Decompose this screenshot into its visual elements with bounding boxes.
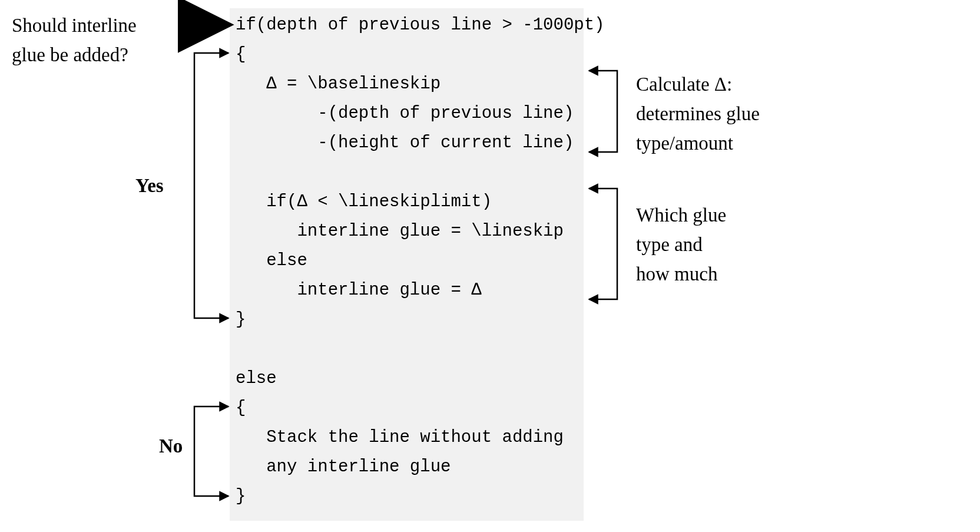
code-line-8: interline glue = \lineskip [236, 217, 564, 246]
annotation-yes: Yes [135, 171, 164, 200]
annotation-calculate-2: determines glue [636, 99, 760, 128]
annotation-no: No [159, 431, 183, 461]
code-line-4: -(depth of previous line) [236, 99, 574, 128]
annotation-which-2: type and [636, 230, 703, 259]
code-line-11: } [236, 305, 246, 335]
annotation-question-line2: glue be added? [12, 40, 128, 70]
code-line-10: interline glue = Δ [236, 276, 482, 305]
code-line-1: if(depth of previous line > -1000pt) [236, 11, 605, 40]
bracket-which-glue [589, 189, 617, 299]
code-line-7: if(Δ < \lineskiplimit) [236, 187, 492, 217]
code-line-5: -(height of current line) [236, 128, 574, 158]
code-line-3: Δ = \baselineskip [236, 70, 441, 99]
code-line-9: else [236, 246, 307, 276]
code-line-15: Stack the line without adding [236, 423, 564, 452]
code-line-13: else [236, 364, 277, 394]
annotation-which-1: Which glue [636, 200, 726, 230]
bracket-calculate-delta [589, 71, 617, 152]
annotation-which-3: how much [636, 259, 717, 289]
code-line-17: } [236, 482, 246, 511]
bracket-no [194, 407, 229, 496]
code-line-14: { [236, 394, 246, 423]
diagram-stage: if(depth of previous line > -1000pt) { Δ… [0, 0, 980, 532]
bracket-yes [194, 53, 229, 318]
code-line-2: { [236, 40, 246, 70]
annotation-calculate-1: Calculate Δ: [636, 70, 732, 99]
annotation-question-line1: Should interline [12, 11, 137, 40]
annotation-calculate-3: type/amount [636, 128, 733, 158]
code-line-16: any interline glue [236, 452, 451, 482]
